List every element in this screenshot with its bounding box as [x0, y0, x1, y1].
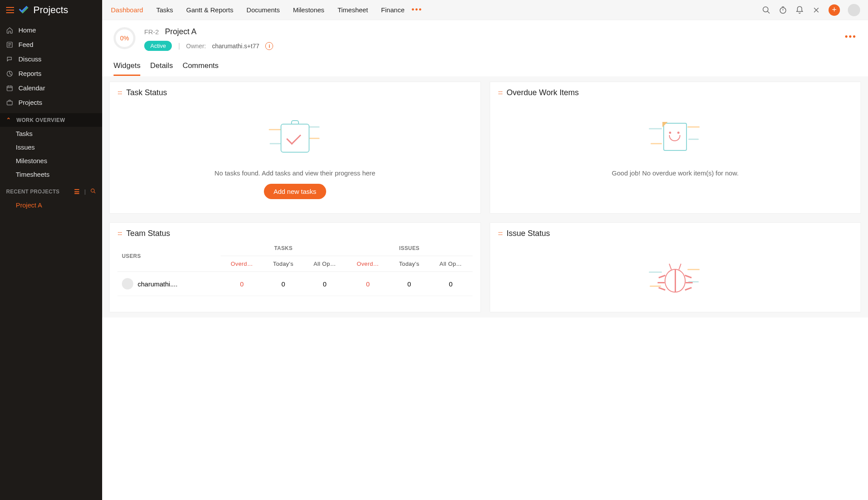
app-title: Projects — [33, 4, 68, 16]
widget-issue-status: ⁞⁞Issue Status — [490, 222, 861, 312]
status-badge[interactable]: Active — [144, 41, 172, 51]
nav-calendar[interactable]: Calendar — [0, 81, 102, 95]
recent-projects-header: RECENT PROJECTS ☰ | — [0, 184, 102, 199]
cell-issues-open: 0 — [429, 272, 473, 296]
calendar-icon — [6, 85, 13, 92]
timer-icon[interactable] — [779, 6, 787, 14]
user-avatar[interactable] — [848, 4, 860, 16]
bug-illustration — [649, 258, 701, 298]
discuss-icon — [6, 56, 13, 63]
cell-issues-today: 0 — [389, 272, 429, 296]
cell-tasks-open: 0 — [303, 272, 346, 296]
hamburger-menu-icon[interactable] — [6, 7, 14, 13]
cell-issues-overdue: 0 — [346, 272, 389, 296]
filter-icon[interactable]: ☰ — [74, 188, 80, 195]
top-tabs-bar: Dashboard Tasks Gantt & Reports Document… — [102, 0, 868, 20]
projects-logo-icon — [18, 4, 30, 16]
chevron-up-icon: ⌃ — [6, 117, 11, 123]
subtab-details[interactable]: Details — [150, 61, 173, 76]
widget-team-status: ⁞⁞Team Status USERS TASKS ISSUES Overd… … — [109, 222, 481, 312]
user-avatar-icon — [122, 278, 133, 289]
tab-timesheet[interactable]: Timesheet — [337, 6, 369, 14]
project-sub-tabs: Widgets Details Comments — [102, 54, 868, 76]
svg-point-4 — [91, 189, 95, 193]
col-issues: ISSUES — [346, 241, 472, 256]
subcol-tasks-allopen[interactable]: All Op… — [303, 256, 346, 272]
user-name: charumathi.... — [138, 280, 178, 288]
subcol-issues-todays[interactable]: Today's — [389, 256, 429, 272]
sidebar-item-milestones[interactable]: Milestones — [0, 154, 102, 168]
empty-message: No tasks found. Add tasks and view their… — [214, 169, 375, 177]
col-users: USERS — [117, 241, 221, 272]
nav-feed[interactable]: Feed — [0, 37, 102, 52]
home-icon — [6, 27, 13, 34]
subcol-tasks-overdue[interactable]: Overd… — [221, 256, 263, 272]
work-overview-section[interactable]: ⌃ WORK OVERVIEW — [0, 113, 102, 127]
svg-point-5 — [763, 7, 768, 12]
tab-tasks[interactable]: Tasks — [155, 6, 174, 14]
more-tabs-icon[interactable]: ••• — [412, 5, 423, 14]
project-code: FR-2 — [144, 28, 159, 36]
owner-label: Owner: — [186, 43, 206, 50]
nav-reports[interactable]: Reports — [0, 66, 102, 81]
team-status-table: USERS TASKS ISSUES Overd… Today's All Op… — [117, 241, 473, 296]
project-header: 0% FR-2 Project A Active | Owner: charum… — [102, 20, 868, 54]
drag-handle-icon[interactable]: ⁞⁞ — [117, 232, 123, 236]
subtab-comments[interactable]: Comments — [182, 61, 218, 76]
progress-circle: 0% — [114, 27, 135, 49]
nav-projects[interactable]: Projects — [0, 95, 102, 110]
table-row: charumathi.... 0 0 0 0 0 0 — [117, 272, 473, 296]
tools-icon[interactable] — [812, 6, 821, 14]
svg-rect-3 — [7, 101, 12, 105]
search-icon[interactable] — [762, 6, 771, 14]
cell-tasks-today: 0 — [263, 272, 303, 296]
briefcase-icon — [6, 99, 13, 106]
nav-home[interactable]: Home — [0, 23, 102, 37]
sidebar-item-timesheets[interactable]: Timesheets — [0, 168, 102, 181]
search-projects-icon[interactable] — [90, 188, 96, 195]
sidebar-item-tasks[interactable]: Tasks — [0, 127, 102, 140]
empty-message: Good job! No overdue work item(s) for no… — [612, 169, 739, 177]
widget-task-status: ⁞⁞Task Status No tasks found. Add tasks … — [109, 82, 481, 214]
drag-handle-icon[interactable]: ⁞⁞ — [117, 91, 123, 95]
widget-overdue: ⁞⁞Overdue Work Items Good job! No overdu… — [490, 82, 861, 214]
subcol-issues-overdue[interactable]: Overd… — [346, 256, 389, 272]
cell-tasks-overdue: 0 — [221, 272, 263, 296]
subcol-issues-allopen[interactable]: All Op… — [429, 256, 473, 272]
nav-discuss[interactable]: Discuss — [0, 52, 102, 66]
project-name: Project A — [165, 27, 196, 36]
info-icon[interactable]: i — [265, 42, 273, 50]
tab-documents[interactable]: Documents — [245, 6, 281, 14]
feed-icon — [6, 41, 13, 48]
tab-milestones[interactable]: Milestones — [292, 6, 325, 14]
recent-project-a[interactable]: Project A — [0, 199, 102, 211]
app-logo[interactable]: Projects — [18, 4, 68, 16]
smile-illustration — [649, 118, 701, 157]
project-more-icon[interactable]: ••• — [845, 27, 857, 42]
drag-handle-icon[interactable]: ⁞⁞ — [497, 91, 503, 95]
tab-dashboard[interactable]: Dashboard — [110, 6, 144, 14]
subtab-widgets[interactable]: Widgets — [114, 61, 140, 76]
col-tasks: TASKS — [221, 241, 346, 256]
primary-nav: Home Feed Discuss Reports Calendar Proje… — [0, 20, 102, 112]
tab-gantt-reports[interactable]: Gantt & Reports — [185, 6, 235, 14]
sidebar-item-issues[interactable]: Issues — [0, 140, 102, 154]
owner-name: charumathi.s+t77 — [212, 43, 260, 50]
clipboard-illustration — [269, 118, 321, 157]
drag-handle-icon[interactable]: ⁞⁞ — [497, 232, 503, 236]
subcol-tasks-todays[interactable]: Today's — [263, 256, 303, 272]
tab-finance[interactable]: Finance — [380, 6, 405, 14]
add-button[interactable]: + — [829, 4, 840, 16]
add-new-tasks-button[interactable]: Add new tasks — [264, 184, 326, 199]
svg-rect-2 — [7, 86, 12, 91]
reports-icon — [6, 70, 13, 77]
sidebar: Projects Home Feed Discuss Reports Calen… — [0, 0, 102, 500]
bell-icon[interactable] — [795, 6, 804, 14]
